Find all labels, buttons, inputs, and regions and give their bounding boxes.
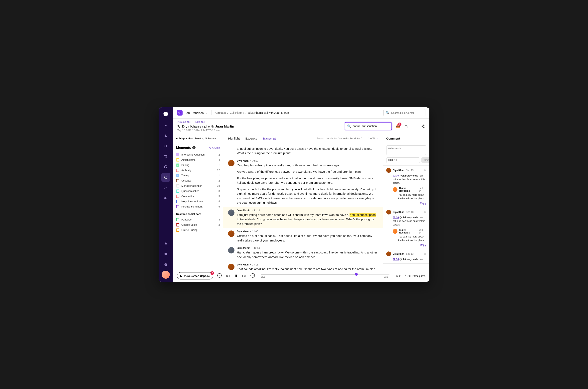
help-icon[interactable]: ?	[192, 146, 196, 149]
rail-analytics-icon[interactable]	[161, 183, 170, 192]
comment-time-input[interactable]	[386, 157, 420, 163]
help-search-input[interactable]	[391, 111, 425, 114]
reply-link[interactable]: Reply	[386, 244, 426, 246]
comment-note-input[interactable]	[386, 145, 426, 155]
playlist-add-icon[interactable]	[404, 124, 409, 129]
rewind-15-icon[interactable]: 15	[217, 273, 222, 279]
moment-count: 4	[218, 200, 220, 203]
checkbox-icon[interactable]	[176, 190, 179, 193]
checkbox-icon[interactable]	[176, 179, 179, 182]
realtime-item[interactable]: Features4	[176, 217, 220, 222]
screen-capture-button[interactable]: ▶ View Screen Capture 2	[177, 272, 213, 279]
trash-icon[interactable]: 🗑	[424, 253, 426, 255]
comment-item: Diya KhanSep 13🗑02:36 @clairereynolds I …	[383, 249, 429, 264]
comment-item: Diya KhanSep 13🗑02:36 @clairereynolds I …	[383, 207, 429, 249]
chevron-down-icon: ⌄	[206, 111, 208, 114]
seek-bar[interactable]: 0:00 21:14	[259, 274, 391, 278]
svg-text:15: 15	[252, 275, 254, 277]
checkbox-icon[interactable]: ✓	[176, 153, 179, 156]
pause-icon[interactable]: ⏸	[234, 274, 238, 278]
checkbox-icon[interactable]	[176, 169, 179, 172]
rail-headset-icon[interactable]	[161, 162, 170, 171]
workspace-selector[interactable]: SF San Francisco ⌄	[177, 110, 208, 116]
seek-thumb[interactable]	[355, 273, 358, 276]
next-result-icon[interactable]: ›	[377, 136, 378, 140]
app-logo[interactable]	[162, 111, 169, 118]
realtime-item[interactable]: Online Pricing1	[176, 227, 220, 233]
nav-rail: ✦ ⚙ ?	[159, 107, 173, 282]
rail-video-icon[interactable]	[161, 194, 170, 202]
disposition-row[interactable]: ▶ Disposition: Meeting Scheduled	[173, 134, 223, 143]
checkbox-icon[interactable]	[176, 184, 179, 188]
realtime-label: Online Pricing	[181, 228, 216, 231]
rail-team-icon[interactable]	[161, 152, 170, 161]
forward-15-icon[interactable]: 15	[250, 273, 255, 279]
prev-call-link[interactable]: Previous call	[177, 121, 191, 123]
inbox-icon[interactable]: 📥2	[395, 124, 400, 129]
trash-icon[interactable]: 🗑	[424, 211, 426, 214]
comment-item: Diya KhanSep 13🗑02:36 @clairereynolds I …	[383, 165, 429, 207]
share-icon[interactable]	[421, 124, 425, 129]
moment-item[interactable]: Manager attention18	[176, 183, 220, 189]
create-moment-button[interactable]: ⊕Create	[209, 146, 220, 149]
moment-item[interactable]: Action items4	[176, 157, 220, 162]
transcript-search[interactable]: 🔍	[345, 122, 392, 130]
breadcrumb-org[interactable]: Aerolabs	[215, 111, 226, 114]
comments-panel: Comment Comment Diya KhanSep 13🗑02:36 @c…	[383, 134, 429, 270]
rail-help-icon[interactable]: ?	[161, 260, 170, 269]
moment-item[interactable]: Authority12	[176, 168, 220, 173]
moment-item[interactable]: Usecase2	[176, 178, 220, 183]
rail-settings-icon[interactable]: ⚙	[161, 142, 170, 151]
rail-contacts-icon[interactable]	[161, 131, 170, 140]
comment-author: Diya Khan	[393, 253, 405, 255]
speaker-avatar	[228, 264, 235, 270]
tab-excerpts[interactable]: Excerpts	[245, 135, 257, 142]
download-icon[interactable]	[412, 124, 417, 129]
checkbox-icon[interactable]	[176, 195, 179, 198]
rail-history-icon[interactable]	[161, 173, 170, 182]
user-avatar[interactable]	[162, 271, 170, 279]
help-search[interactable]: 🔍	[383, 109, 425, 116]
checkbox-icon[interactable]: ✓	[176, 174, 179, 177]
rail-chat-icon[interactable]	[161, 250, 170, 259]
tab-transcript[interactable]: Transcript	[263, 135, 276, 142]
moment-item[interactable]: ✓Timing1	[176, 173, 220, 178]
checkbox-icon[interactable]	[176, 158, 179, 162]
breadcrumb-section[interactable]: Call History	[230, 111, 244, 114]
prev-result-icon[interactable]: ‹	[365, 136, 366, 140]
checkbox-icon[interactable]: ✓	[176, 163, 179, 167]
moment-item[interactable]: Negative sentiment4	[176, 199, 220, 204]
comment-author: Diya Khan	[393, 169, 405, 172]
participants-link[interactable]: 2 Call Participants	[405, 274, 425, 277]
rail-ai-icon[interactable]: ✦	[161, 121, 170, 130]
realtime-item[interactable]: Google Voice2	[176, 222, 220, 227]
checkbox-icon[interactable]	[176, 223, 179, 227]
next-call-link[interactable]: Next call	[195, 121, 205, 123]
checkbox-icon[interactable]	[176, 200, 179, 203]
transcript-search-input[interactable]	[353, 125, 389, 128]
comment-submit-button[interactable]: Comment	[421, 157, 429, 163]
checkbox-icon[interactable]	[176, 205, 179, 208]
moment-item[interactable]: ✓Interesting Question2	[176, 152, 220, 157]
comment-timestamp[interactable]: 02:36	[393, 216, 399, 219]
comment-timestamp[interactable]: 02:36	[393, 174, 399, 177]
tab-highlight[interactable]: Highlight	[228, 135, 240, 142]
playback-speed[interactable]: 1x ▾	[395, 274, 400, 277]
moment-item[interactable]: Question asked3	[176, 189, 220, 194]
speaker-avatar	[228, 160, 235, 166]
moment-item[interactable]: Competitor3	[176, 194, 220, 199]
checkbox-icon[interactable]	[176, 218, 179, 221]
workspace-badge: SF	[177, 110, 182, 116]
comment-timestamp[interactable]: 02:36	[393, 258, 399, 261]
reply-link[interactable]: Reply	[386, 202, 426, 205]
trash-icon[interactable]: 🗑	[424, 169, 426, 172]
turn-meta: Juan Martin • 11:14	[237, 209, 378, 212]
realtime-count: 2	[218, 223, 220, 226]
rail-notifications-icon[interactable]	[161, 239, 170, 248]
next-track-icon[interactable]: ⏭	[242, 274, 246, 278]
checkbox-icon[interactable]	[176, 228, 179, 232]
prev-track-icon[interactable]: ⏮	[226, 274, 230, 278]
moment-item[interactable]: ✓Pricing1	[176, 162, 220, 168]
turn-text: That sounds amazing. I'm really jealous …	[237, 267, 378, 270]
moment-item[interactable]: Positive sentiment5	[176, 204, 220, 209]
